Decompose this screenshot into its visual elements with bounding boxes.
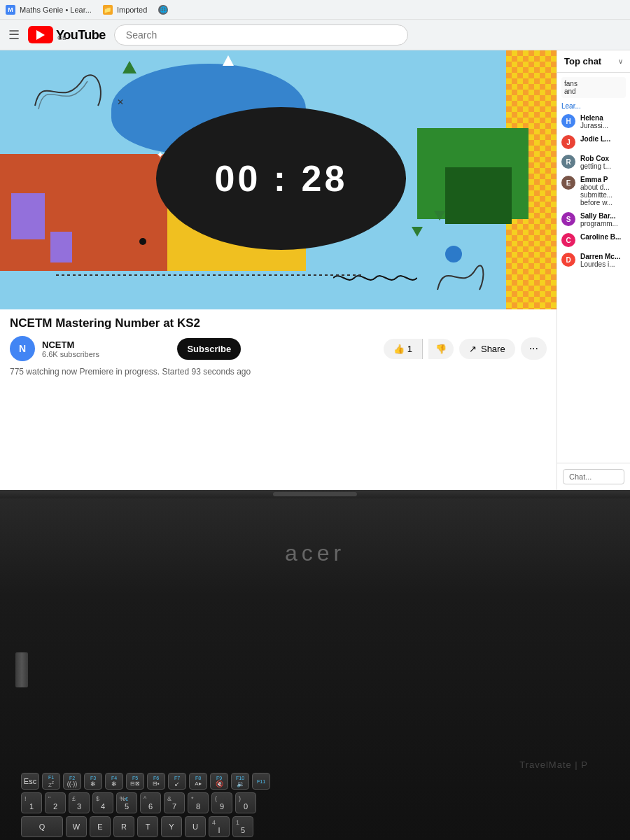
thumb-doodle-right [434, 255, 490, 297]
chat-title: Top chat [564, 56, 601, 66]
laptop-deck: acer TravelMate | P Esc F1Zz F2((·)) F3✻… [0, 498, 630, 840]
thumb-cross: ✕ [117, 97, 124, 107]
chat-header: Top chat ∨ [557, 50, 630, 73]
chat-msg-body-jodie: Jodie L... [580, 135, 610, 143]
channel-name[interactable]: NCETM [42, 340, 170, 350]
chat-msg-body-emma: Emma P about d...submitte...before w... [580, 176, 612, 206]
thumb-star: ✦ [156, 149, 164, 160]
chat-msg-body-rob: Rob Cox getting t... [580, 155, 611, 170]
chat-message-jodie: J Jodie L... [561, 135, 626, 149]
chat-message-caroline: C Caroline B... [561, 233, 626, 247]
hamburger-menu[interactable]: ☰ [8, 27, 20, 43]
chat-avatar-jodie: J [561, 135, 575, 149]
fn-key-row: Esc F1Zz F2((·)) F3✻ F4✻ F5⊟⊠ F6⊟▪ F7↙ F… [21, 773, 609, 790]
dislike-button[interactable]: 👎 [428, 339, 454, 359]
chat-name-helena: Helena [580, 114, 608, 122]
key-esc[interactable]: Esc [21, 773, 39, 790]
thumb-triangle-white [223, 55, 234, 66]
key-f10[interactable]: F10🔉 [231, 773, 249, 790]
search-input[interactable] [114, 24, 408, 46]
like-count: 1 [407, 344, 412, 354]
screen: M Maths Genie • Lear... 📁 Imported 🌐 ☰ Y… [0, 0, 630, 490]
acer-brand-logo: acer [285, 540, 345, 566]
key-f7[interactable]: F7↙ [168, 773, 186, 790]
key-f9[interactable]: F9🔇 [210, 773, 228, 790]
key-4[interactable]: $ 4 [92, 792, 113, 813]
thumbs-down-icon: 👎 [435, 344, 447, 354]
key-u[interactable]: U [185, 816, 206, 837]
key-0[interactable]: ) 0 [235, 792, 256, 813]
key-f8[interactable]: F8A▸ [189, 773, 207, 790]
key-f11[interactable]: F11 [252, 773, 270, 790]
chat-message-helena: H Helena Jurassi... [561, 114, 626, 130]
tab-imported[interactable]: 📁 Imported [103, 5, 147, 15]
key-f1[interactable]: F1Zz [42, 773, 60, 790]
subscribe-button[interactable]: Subscribe [177, 338, 241, 360]
more-options-button[interactable]: ··· [521, 337, 547, 360]
key-t[interactable]: T [137, 816, 158, 837]
youtube-logo[interactable]: YouTube GB [28, 26, 106, 43]
key-w[interactable]: W [66, 816, 87, 837]
chat-text-rob: getting t... [580, 162, 611, 170]
thumb-dark-green-block [445, 167, 512, 224]
share-label: Share [481, 344, 505, 354]
channel-row: N NCETM 6.6K subscribers Subscribe 👍 1 � [10, 336, 547, 361]
chat-dropdown-icon[interactable]: ∨ [618, 57, 623, 65]
thumbs-up-icon: 👍 [393, 344, 405, 354]
key-7[interactable]: & 7 [164, 792, 185, 813]
key-s-extra[interactable]: 1 5 [232, 816, 253, 837]
key-f3[interactable]: F3✻ [84, 773, 102, 790]
chat-input-area: Chat... [557, 463, 630, 490]
key-e[interactable]: E [90, 816, 111, 837]
key-f6[interactable]: F6⊟▪ [147, 773, 165, 790]
chat-input-label[interactable]: Chat... [563, 469, 624, 484]
key-f2[interactable]: F2((·)) [63, 773, 81, 790]
tab-maths-genie[interactable]: M Maths Genie • Lear... [6, 5, 92, 15]
url-bar-row: ☰ YouTube GB [0, 20, 630, 50]
chat-name-sally: Sally Bar... [580, 212, 618, 220]
key-f4[interactable]: F4✻ [105, 773, 123, 790]
key-9[interactable]: ( 9 [211, 792, 232, 813]
channel-avatar[interactable]: N [10, 336, 35, 361]
live-info: 775 watching now Premiere in progress. S… [10, 367, 547, 377]
chat-learn-link[interactable]: Lear... [561, 102, 626, 110]
key-5[interactable]: %€ 5 [116, 792, 137, 813]
tab-globe[interactable]: 🌐 [158, 5, 168, 15]
thumb-purple-rect1 [11, 193, 45, 240]
channel-info: NCETM 6.6K subscribers [42, 340, 170, 358]
key-6[interactable]: ^ 6 [140, 792, 161, 813]
key-2[interactable]: " 2 [45, 792, 66, 813]
thumb-triangle-down2 [412, 227, 423, 237]
key-f5[interactable]: F5⊟⊠ [126, 773, 144, 790]
chat-name-jodie: Jodie L... [580, 135, 610, 143]
video-section: 00 : 28 [0, 50, 556, 490]
chat-name-darren: Darren Mc... [580, 253, 620, 260]
chat-avatar-rob: R [561, 155, 575, 169]
chat-message-emma: E Emma P about d...submitte...before w..… [561, 176, 626, 206]
key-q-label[interactable]: Q [21, 816, 63, 837]
chat-message-darren: D Darren Mc... Lourdes i... [561, 253, 626, 268]
tab-maths-genie-label: Maths Genie • Lear... [20, 6, 92, 14]
key-y[interactable]: Y [161, 816, 182, 837]
key-i[interactable]: 4 I [209, 816, 230, 837]
key-1[interactable]: ! 1 [21, 792, 42, 813]
chat-message-sally: S Sally Bar... programm... [561, 212, 626, 227]
thumb-dotted-line [56, 274, 362, 276]
globe-favicon: 🌐 [158, 5, 168, 15]
video-thumbnail: 00 : 28 [0, 50, 556, 309]
thumb-triangle-green [122, 61, 136, 74]
key-3[interactable]: £ 3 [69, 792, 90, 813]
chat-avatar-sally: S [561, 212, 575, 226]
share-icon: ↗ [469, 344, 477, 354]
like-button[interactable]: 👍 1 [384, 339, 423, 359]
keyboard-area: Esc F1Zz F2((·)) F3✻ F4✻ F5⊟⊠ F6⊟▪ F7↙ F… [0, 759, 630, 840]
channel-subs: 6.6K subscribers [42, 350, 170, 358]
share-button[interactable]: ↗ Share [459, 339, 515, 359]
thumb-triangle-down1 [434, 211, 445, 220]
key-r[interactable]: R [113, 816, 134, 837]
chat-avatar-darren: D [561, 253, 575, 267]
key-8[interactable]: * 8 [188, 792, 209, 813]
chat-msg-body-sally: Sally Bar... programm... [580, 212, 618, 227]
chat-message-robcox: R Rob Cox getting t... [561, 155, 626, 170]
chat-msg-body-helena: Helena Jurassi... [580, 114, 608, 130]
